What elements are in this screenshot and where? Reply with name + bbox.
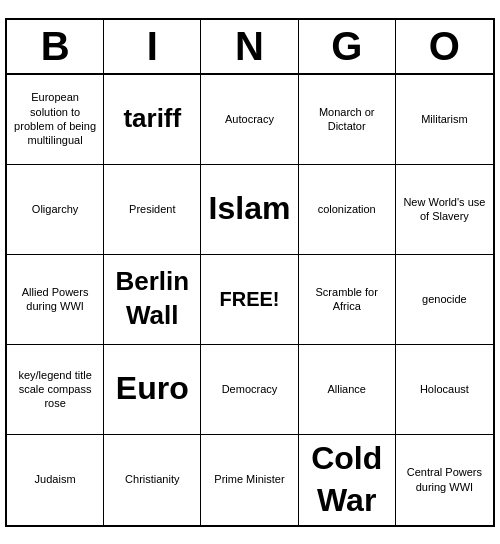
cell-text-0: European solution to problem of being mu…: [11, 90, 99, 147]
bingo-cell-1: tariff: [104, 75, 201, 165]
bingo-cell-13: Scramble for Africa: [299, 255, 396, 345]
bingo-grid: European solution to problem of being mu…: [7, 75, 493, 525]
cell-text-6: President: [129, 202, 175, 216]
bingo-cell-24: Central Powers during WWI: [396, 435, 493, 525]
cell-text-24: Central Powers during WWI: [400, 465, 489, 494]
bingo-cell-22: Prime Minister: [201, 435, 298, 525]
cell-text-5: Oligarchy: [32, 202, 78, 216]
bingo-cell-20: Judaism: [7, 435, 104, 525]
cell-text-1: tariff: [123, 102, 181, 136]
cell-text-22: Prime Minister: [214, 472, 284, 486]
cell-text-10: Allied Powers during WWI: [11, 285, 99, 314]
bingo-cell-23: Cold War: [299, 435, 396, 525]
cell-text-18: Alliance: [327, 382, 366, 396]
cell-text-16: Euro: [116, 368, 189, 410]
cell-text-13: Scramble for Africa: [303, 285, 391, 314]
bingo-cell-7: Islam: [201, 165, 298, 255]
bingo-cell-14: genocide: [396, 255, 493, 345]
bingo-cell-19: Holocaust: [396, 345, 493, 435]
cell-text-2: Autocracy: [225, 112, 274, 126]
cell-text-12: FREE!: [219, 286, 279, 312]
bingo-cell-15: key/legend title scale compass rose: [7, 345, 104, 435]
bingo-cell-0: European solution to problem of being mu…: [7, 75, 104, 165]
bingo-header: BINGO: [7, 20, 493, 75]
header-letter-o: O: [396, 20, 493, 73]
header-letter-n: N: [201, 20, 298, 73]
cell-text-15: key/legend title scale compass rose: [11, 368, 99, 411]
bingo-cell-21: Christianity: [104, 435, 201, 525]
bingo-cell-8: colonization: [299, 165, 396, 255]
cell-text-3: Monarch or Dictator: [303, 105, 391, 134]
bingo-cell-10: Allied Powers during WWI: [7, 255, 104, 345]
cell-text-20: Judaism: [35, 472, 76, 486]
cell-text-8: colonization: [318, 202, 376, 216]
cell-text-23: Cold War: [303, 438, 391, 521]
cell-text-21: Christianity: [125, 472, 179, 486]
bingo-cell-9: New World's use of Slavery: [396, 165, 493, 255]
bingo-cell-4: Militarism: [396, 75, 493, 165]
bingo-cell-6: President: [104, 165, 201, 255]
cell-text-7: Islam: [209, 188, 291, 230]
cell-text-11: Berlin Wall: [108, 265, 196, 333]
header-letter-g: G: [299, 20, 396, 73]
bingo-cell-17: Democracy: [201, 345, 298, 435]
bingo-card: BINGO European solution to problem of be…: [5, 18, 495, 527]
header-letter-i: I: [104, 20, 201, 73]
bingo-cell-18: Alliance: [299, 345, 396, 435]
bingo-cell-16: Euro: [104, 345, 201, 435]
bingo-cell-11: Berlin Wall: [104, 255, 201, 345]
cell-text-17: Democracy: [222, 382, 278, 396]
cell-text-9: New World's use of Slavery: [400, 195, 489, 224]
cell-text-19: Holocaust: [420, 382, 469, 396]
cell-text-14: genocide: [422, 292, 467, 306]
bingo-cell-2: Autocracy: [201, 75, 298, 165]
bingo-cell-5: Oligarchy: [7, 165, 104, 255]
bingo-cell-12: FREE!: [201, 255, 298, 345]
header-letter-b: B: [7, 20, 104, 73]
cell-text-4: Militarism: [421, 112, 467, 126]
bingo-cell-3: Monarch or Dictator: [299, 75, 396, 165]
